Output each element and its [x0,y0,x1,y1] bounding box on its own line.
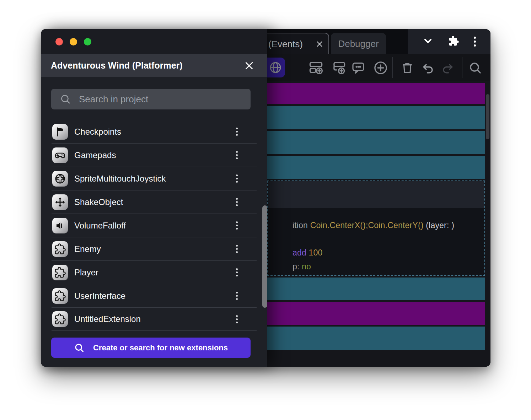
event-action-line: p: no [269,252,311,281]
event-conditions-area[interactable] [268,181,484,208]
close-traffic-light[interactable] [55,38,63,45]
comment-icon [351,61,365,75]
zoom-traffic-light[interactable] [84,38,91,45]
add-sub-event-button[interactable] [331,60,347,76]
chevron-down-icon[interactable] [422,35,434,48]
list-item-untitledextension[interactable]: UntitledExtension [52,307,257,331]
list-item-userinterface[interactable]: UserInterface [52,284,257,307]
kebab-menu-icon[interactable] [234,172,240,185]
kebab-menu-icon[interactable] [234,125,240,138]
list-item-enemy[interactable]: Enemy [52,237,257,260]
list-item-label: Checkpoints [74,127,121,137]
event-row[interactable] [261,327,485,350]
list-item-label: Player [74,268,98,278]
puzzle-icon [52,241,68,257]
list-item-label: UntitledExtension [74,314,141,324]
tab-debugger-label: Debugger [338,38,379,49]
undo-button[interactable] [420,60,436,76]
trash-icon [400,61,414,75]
puzzle-icon [52,265,68,280]
code-fragment: Coin.CenterY() [368,221,423,230]
add-event-button[interactable] [308,60,324,76]
panel-title: Adventurous Wind (Platformer) [51,60,183,71]
speaker-icon [52,218,68,233]
kebab-menu-icon[interactable] [234,149,240,161]
event-action-line: ition Coin.CenterX();Coin.CenterY() (lay… [269,211,454,240]
code-fragment: (layer: ) [424,221,454,230]
list-item-label: UserInterface [74,291,125,301]
list-item-label: ShakeObject [74,197,123,207]
kebab-menu-icon[interactable] [234,313,240,325]
delete-button[interactable] [399,60,415,76]
joystick-icon [52,171,68,187]
close-icon [244,61,254,71]
window-topbar-actions [408,29,490,54]
event-row[interactable] [261,278,485,300]
gamepad-icon [52,147,68,163]
project-items-list: Checkpoints Gamepads [52,120,257,331]
window-titlebar [41,29,267,54]
search-icon [74,343,85,353]
undo-icon [421,61,435,75]
flag-icon [52,124,68,140]
kebab-menu-icon[interactable] [234,266,240,279]
kebab-menu-icon[interactable] [234,290,240,302]
project-manager-panel: Adventurous Wind (Platformer) Checkpoint… [41,29,267,367]
tab-debugger[interactable]: Debugger [331,33,386,55]
kebab-menu-icon[interactable] [234,243,240,255]
list-item-checkpoints[interactable]: Checkpoints [52,120,257,143]
list-item-shakeobject[interactable]: ShakeObject [52,190,257,214]
tab-events[interactable]: (Events) [261,33,329,55]
create-or-search-extensions-button[interactable]: Create or search for new extensions [51,338,251,358]
list-item-spritemultitouchjoystick[interactable]: SpriteMultitouchJoystick [52,167,257,190]
kebab-menu-icon[interactable] [234,219,240,232]
event-row[interactable] [261,106,485,129]
code-fragment: Coin.CenterX() [310,221,366,230]
more-options-kebab-icon[interactable] [474,37,476,47]
panel-scrollbar[interactable] [262,205,267,308]
project-search[interactable] [51,89,251,109]
code-fragment: ition [293,221,310,230]
globe-icon [269,61,282,74]
search-events-button[interactable] [467,60,483,76]
toolbar-separator [462,57,462,78]
events-scrollbar[interactable] [486,94,489,139]
move-arrows-icon [52,194,68,210]
cta-label: Create or search for new extensions [93,343,228,352]
search-icon [60,93,71,105]
list-item-label: Enemy [74,244,101,254]
search-icon [468,61,482,75]
circle-plus-icon [373,60,388,75]
close-panel-button[interactable] [242,59,256,72]
redo-icon [441,61,455,75]
list-item-label: SpriteMultitouchJoystick [74,174,166,184]
event-row[interactable] [261,302,485,325]
event-row[interactable] [261,83,485,104]
list-item-label: Gamepads [74,150,116,160]
kebab-menu-icon[interactable] [234,196,240,208]
event-row[interactable] [261,156,485,179]
tab-events-label: (Events) [268,39,303,50]
add-sub-event-icon [331,60,346,75]
panel-header: Adventurous Wind (Platformer) [41,54,267,77]
minimize-traffic-light[interactable] [70,38,77,45]
list-item-volumefalloff[interactable]: VolumeFalloff [52,214,257,237]
add-comment-button[interactable] [350,60,366,76]
screen: (Events) Debugger [0,0,531,420]
event-row[interactable] [261,131,485,154]
redo-button[interactable] [440,60,456,76]
code-fragment: no [302,262,311,271]
code-fragment: p: [293,262,302,271]
list-item-label: VolumeFalloff [74,221,126,231]
selected-event[interactable]: ition Coin.CenterX();Coin.CenterY() (lay… [267,181,485,276]
add-event-icon [309,60,323,75]
list-item-gamepads[interactable]: Gamepads [52,143,257,167]
puzzle-icon [52,288,68,304]
list-item-player[interactable]: Player [52,260,257,284]
search-input[interactable] [79,94,228,105]
choose-and-add-event-button[interactable] [373,60,388,76]
toolbar-separator [392,57,393,78]
puzzle-icon [52,311,68,327]
extensions-puzzle-icon[interactable] [448,36,459,48]
tab-close-icon[interactable] [316,40,323,48]
